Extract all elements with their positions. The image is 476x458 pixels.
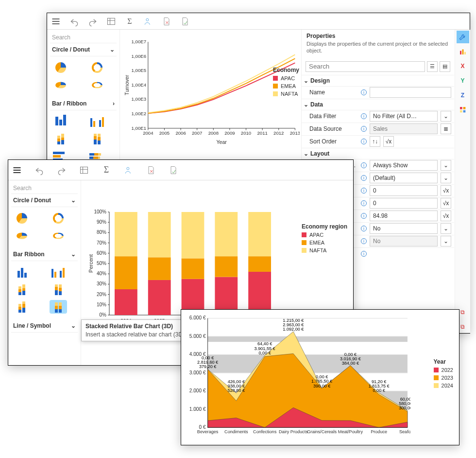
- tool-axis-x-icon[interactable]: X: [457, 60, 469, 72]
- info-icon[interactable]: i: [361, 251, 367, 257]
- chevron-down-icon: ⌄: [71, 322, 76, 329]
- list-icon[interactable]: ≣: [441, 123, 451, 134]
- page-ok-icon[interactable]: [169, 165, 178, 175]
- info-icon[interactable]: i: [361, 226, 367, 231]
- page-delete-icon[interactable]: [146, 165, 156, 175]
- svg-text:Percent: Percent: [88, 254, 94, 273]
- prop-data-filter[interactable]: No Filter (All D…: [370, 111, 438, 122]
- dropdown-icon[interactable]: ⌄: [441, 236, 451, 247]
- tool-chart-icon[interactable]: [457, 45, 469, 58]
- page-delete-icon[interactable]: [162, 17, 171, 26]
- formula-icon[interactable]: √x: [441, 211, 451, 221]
- properties-search[interactable]: [306, 61, 425, 72]
- chart-type-pie[interactable]: [14, 212, 30, 224]
- svg-text:2007: 2007: [192, 130, 202, 136]
- chart-type-pie[interactable]: [53, 61, 68, 73]
- category-bar-ribbon[interactable]: Bar Ribbon⌄: [11, 248, 78, 261]
- tool-axis-z-icon[interactable]: Z: [457, 89, 469, 102]
- formula-icon[interactable]: √x: [383, 136, 394, 147]
- chart-type-bar-stacked2[interactable]: [89, 133, 105, 144]
- chart-type-pie-3d[interactable]: [14, 229, 30, 241]
- page-ok-icon[interactable]: [180, 17, 190, 26]
- section-layout[interactable]: ⌄Layout: [302, 148, 454, 159]
- prop-name-value[interactable]: [370, 87, 451, 98]
- svg-rect-82: [248, 272, 271, 315]
- dropdown-icon[interactable]: ⌄: [441, 111, 451, 122]
- info-icon[interactable]: i: [361, 89, 367, 95]
- info-icon[interactable]: i: [361, 238, 367, 244]
- sort-asc-icon[interactable]: ↑↓: [370, 136, 380, 147]
- category-line-symbol[interactable]: Line / Symbol⌄: [11, 319, 78, 333]
- chart-type-bar-b[interactable]: [51, 266, 66, 278]
- category-circle-donut[interactable]: Circle / Donut⌄: [11, 194, 78, 207]
- chart-type-stacked-relative-3d[interactable]: [51, 301, 66, 313]
- svg-rect-35: [464, 52, 466, 54]
- undo-icon[interactable]: [34, 165, 44, 175]
- svg-text:379,20 €: 379,20 €: [199, 364, 216, 369]
- dropdown-icon[interactable]: ⌄: [441, 223, 451, 234]
- layout-mode-a-icon[interactable]: ☰: [427, 61, 438, 72]
- section-data[interactable]: ⌄Data: [302, 99, 454, 110]
- info-icon[interactable]: i: [361, 188, 367, 194]
- menu-icon[interactable]: [12, 165, 22, 175]
- svg-text:1,00E2: 1,00E2: [132, 111, 146, 116]
- info-icon[interactable]: i: [361, 113, 367, 119]
- formula-icon[interactable]: √x: [441, 185, 451, 196]
- tool-axis-y-icon[interactable]: Y: [457, 74, 469, 87]
- toolbar: Σ: [8, 160, 353, 180]
- prop-data-source[interactable]: Sales: [370, 123, 438, 134]
- chart-type-bar-d[interactable]: [51, 283, 66, 295]
- info-icon[interactable]: i: [361, 139, 367, 144]
- svg-text:1,00E5: 1,00E5: [132, 68, 146, 73]
- dropdown-icon[interactable]: ⌄: [441, 160, 451, 171]
- redo-icon[interactable]: [57, 165, 67, 175]
- sum-icon[interactable]: Σ: [125, 17, 135, 26]
- layout-mode-b-icon[interactable]: ▤: [440, 61, 450, 72]
- menu-icon[interactable]: [51, 17, 61, 26]
- info-icon[interactable]: i: [361, 200, 367, 206]
- legend-stacked: Economy region APAC EMEA NAFTA: [302, 223, 347, 253]
- info-icon[interactable]: i: [361, 213, 367, 219]
- category-circle-donut[interactable]: Circle / Donut⌄: [50, 43, 117, 56]
- svg-rect-39: [463, 110, 465, 113]
- user-icon[interactable]: [143, 17, 153, 26]
- table-icon[interactable]: [106, 17, 116, 26]
- tool-wrench-icon[interactable]: [457, 31, 469, 43]
- chart-type-pie-3d[interactable]: [53, 79, 68, 90]
- formula-icon[interactable]: √x: [441, 198, 451, 209]
- chart-type-donut[interactable]: [89, 61, 105, 73]
- chart-type-donut[interactable]: [51, 212, 66, 224]
- svg-text:Meat/Poultry: Meat/Poultry: [338, 429, 363, 434]
- legend-area: Year 2022 2023 2024: [434, 358, 453, 388]
- chart-type-bar-stacked[interactable]: [53, 133, 68, 144]
- sidebar-search[interactable]: Search: [11, 182, 78, 194]
- section-design[interactable]: ⌄Design: [302, 75, 454, 86]
- info-icon[interactable]: i: [361, 126, 367, 132]
- info-icon[interactable]: i: [361, 175, 367, 181]
- svg-text:2011: 2011: [257, 130, 267, 136]
- table-icon[interactable]: [79, 165, 89, 175]
- category-bar-ribbon[interactable]: Bar / Ribbon›: [50, 97, 117, 110]
- svg-text:Turnover: Turnover: [124, 75, 130, 95]
- svg-rect-66: [115, 289, 137, 315]
- chart-type-bar-simple[interactable]: [53, 115, 68, 127]
- svg-rect-84: [248, 212, 271, 256]
- chart-type-bar-grouped[interactable]: [89, 115, 105, 127]
- properties-description: Displays the properties of the current p…: [302, 40, 454, 58]
- chart-type-donut-3d[interactable]: [51, 229, 66, 241]
- dropdown-icon[interactable]: ⌄: [441, 173, 451, 183]
- redo-icon[interactable]: [88, 17, 98, 26]
- chart-type-donut-3d[interactable]: [89, 79, 105, 90]
- chart-type-bar-e[interactable]: [14, 301, 30, 313]
- sum-icon[interactable]: Σ: [102, 165, 111, 175]
- info-icon[interactable]: i: [361, 162, 367, 168]
- tool-grid-icon[interactable]: [457, 104, 469, 116]
- chart-type-bar-a[interactable]: [14, 266, 30, 278]
- user-icon[interactable]: [124, 165, 134, 175]
- chart-type-bar-c[interactable]: [14, 283, 30, 295]
- sidebar-search[interactable]: Search: [50, 32, 117, 43]
- svg-text:1.092,00 €: 1.092,00 €: [283, 327, 304, 332]
- svg-rect-37: [463, 107, 465, 109]
- svg-rect-71: [148, 257, 171, 280]
- undo-icon[interactable]: [69, 17, 79, 26]
